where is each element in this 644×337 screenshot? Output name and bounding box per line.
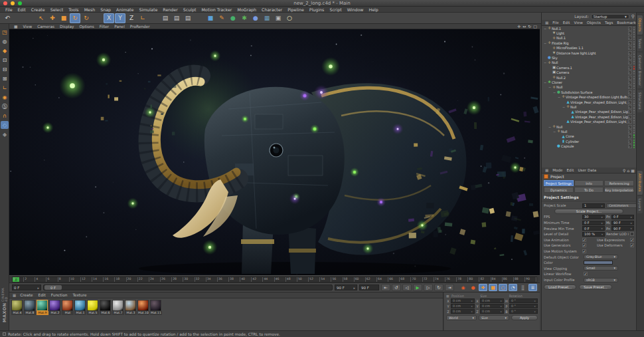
mode-button[interactable]: ◳ bbox=[1, 28, 9, 36]
use-deformers-checkbox[interactable]: ✓ bbox=[630, 243, 634, 247]
toolbar-button[interactable]: ▣ bbox=[273, 13, 283, 23]
material-swatch[interactable]: Mat.5 bbox=[87, 300, 99, 315]
mode-button[interactable]: ◆ bbox=[1, 47, 9, 55]
linear-workflow-checkbox[interactable]: ✓ bbox=[584, 272, 588, 276]
visibility-dots[interactable] bbox=[633, 51, 635, 55]
toolbar-button[interactable]: Z bbox=[126, 13, 137, 23]
attribute-tab[interactable]: Project Settings bbox=[544, 180, 574, 186]
object-tree-row[interactable]: ☀ Light ✓ bbox=[542, 31, 636, 35]
enable-toggle[interactable]: ✓ bbox=[628, 51, 632, 55]
record-button[interactable]: ◉ bbox=[459, 284, 467, 291]
enable-toggle[interactable]: ✓ bbox=[628, 85, 632, 89]
material-swatch[interactable]: Mat.3 bbox=[125, 300, 137, 315]
status-checkbox[interactable] bbox=[3, 332, 6, 336]
visibility-dots[interactable] bbox=[633, 27, 635, 31]
fps-field[interactable]: 30▸ bbox=[582, 215, 605, 219]
enable-toggle[interactable]: ✓ bbox=[628, 27, 632, 31]
menu-item[interactable]: Sculpt bbox=[181, 7, 199, 13]
enable-toggle[interactable]: ✓ bbox=[628, 130, 632, 134]
color-swatch[interactable] bbox=[584, 261, 613, 265]
enable-toggle[interactable]: ✓ bbox=[628, 80, 632, 84]
viewport-menu-item[interactable]: Cameras bbox=[35, 25, 57, 29]
panel-icon[interactable]: ▦ bbox=[11, 293, 17, 297]
object-tree-row[interactable]: ▲ Vintage_Pear_shaped_Edison_Light_Bulb_… bbox=[542, 114, 636, 119]
object-tree-row[interactable]: − ● Subdivision Surface ✓ bbox=[542, 90, 636, 94]
object-tree-row[interactable]: − ✛ Null ✓ bbox=[542, 85, 636, 90]
render-lod-checkbox[interactable]: ✓ bbox=[630, 232, 634, 236]
toolbar-button[interactable] bbox=[194, 13, 204, 23]
toolbar-button[interactable]: ▤ bbox=[160, 13, 171, 23]
viewport-menu-item[interactable]: Display bbox=[57, 25, 76, 29]
material-menu-item[interactable]: Create bbox=[17, 293, 35, 297]
menu-item[interactable]: Script bbox=[327, 7, 344, 13]
coordinate-field[interactable]: 0 °▸ bbox=[509, 309, 538, 314]
object-tree-row[interactable]: − ✛ Null ✓ bbox=[542, 60, 636, 65]
corner-icon[interactable]: ⚲ bbox=[623, 168, 625, 173]
enable-toggle[interactable]: ✓ bbox=[628, 66, 632, 70]
visibility-dots[interactable] bbox=[633, 110, 635, 114]
search-icon[interactable]: ⚲ bbox=[631, 14, 635, 19]
visibility-dots[interactable] bbox=[633, 95, 635, 99]
view-clipping-dropdown[interactable]: Small▾ bbox=[584, 266, 618, 271]
menu-item[interactable]: File bbox=[3, 7, 15, 13]
toolbar-button[interactable]: ↻ bbox=[70, 13, 80, 23]
attribute-menu-item[interactable]: Mode bbox=[550, 168, 564, 172]
enable-toggle[interactable]: ✓ bbox=[628, 140, 632, 144]
material-swatch[interactable]: Mat.4 bbox=[11, 300, 23, 315]
record-button[interactable]: ● bbox=[469, 284, 477, 291]
material-swatch[interactable]: Mat.1 bbox=[74, 300, 86, 315]
visibility-dots[interactable] bbox=[633, 140, 635, 144]
toolbar-button[interactable]: ✚ bbox=[47, 13, 58, 23]
toolbar-button[interactable]: ▤ bbox=[171, 13, 182, 23]
preview-max-field[interactable]: 90 F▸ bbox=[611, 226, 634, 231]
corner-icon[interactable]: ▦ bbox=[631, 168, 635, 173]
use-expressions-checkbox[interactable]: ✓ bbox=[630, 238, 634, 242]
enable-toggle[interactable]: ✓ bbox=[628, 105, 632, 109]
object-tree-row[interactable]: ✛ Null.1 ✓ bbox=[542, 36, 636, 41]
visibility-dots[interactable] bbox=[633, 76, 635, 80]
object-manager-menu-item[interactable]: Objects bbox=[585, 21, 603, 25]
coordinate-field[interactable]: 0 cm▸ bbox=[451, 309, 475, 314]
attribute-menu-item[interactable]: Edit bbox=[565, 168, 576, 172]
object-tree-row[interactable]: ▲ Vintage_Pear_shaped_Edison_Light_Bulb_… bbox=[542, 100, 636, 104]
menu-item[interactable]: MoGraph bbox=[234, 7, 259, 13]
object-tree-row[interactable]: − ✛ Floatie Rig ✓ bbox=[542, 41, 636, 45]
visibility-dots[interactable] bbox=[633, 90, 635, 94]
enable-toggle[interactable]: ✓ bbox=[628, 60, 632, 64]
coordinate-field[interactable]: 0 cm▸ bbox=[480, 304, 504, 308]
preview-min-field[interactable]: 0 F▸ bbox=[582, 226, 605, 231]
object-tree-row[interactable]: ▲ Cone ✓ bbox=[542, 134, 636, 139]
panel-side-tab[interactable]: Takes bbox=[637, 36, 643, 51]
visibility-dots[interactable] bbox=[633, 70, 635, 74]
default-object-color-dropdown[interactable]: Gray-Blue▾ bbox=[584, 255, 618, 259]
enable-toggle[interactable]: ✓ bbox=[628, 31, 632, 35]
coordinate-field[interactable]: 0 cm▸ bbox=[451, 298, 475, 303]
timeline-ruler[interactable]: 0 02468101214161820222426283032343638404… bbox=[12, 277, 537, 282]
transport-button[interactable]: ▶ bbox=[413, 284, 422, 291]
record-button[interactable]: ◔ bbox=[509, 284, 517, 291]
visibility-dots[interactable] bbox=[633, 56, 635, 60]
toolbar-button[interactable]: ∟ bbox=[137, 13, 148, 23]
range-end-field[interactable]: 90 F▸ bbox=[335, 284, 357, 290]
coordinate-field[interactable]: 0 cm▸ bbox=[480, 309, 504, 314]
viewport-nav-icon[interactable]: ↻ bbox=[528, 24, 531, 29]
mode-button[interactable]: ⊞ bbox=[1, 74, 9, 82]
use-generators-checkbox[interactable]: ✓ bbox=[582, 243, 586, 247]
visibility-dots[interactable] bbox=[633, 41, 635, 45]
menu-item[interactable]: Simulate bbox=[136, 7, 160, 13]
toolbar-button[interactable]: ▦ bbox=[262, 13, 272, 23]
enable-toggle[interactable]: ✓ bbox=[628, 46, 632, 50]
toolbar-button[interactable] bbox=[149, 13, 159, 23]
panel-icon[interactable]: ▦ bbox=[543, 168, 550, 172]
visibility-dots[interactable] bbox=[633, 100, 635, 104]
load-preset-button[interactable]: Load Preset... bbox=[544, 284, 576, 290]
enable-toggle[interactable]: ✓ bbox=[628, 134, 632, 138]
enable-toggle[interactable]: ✓ bbox=[628, 125, 632, 129]
visibility-dots[interactable] bbox=[633, 80, 635, 84]
mode-button[interactable]: ◍ bbox=[1, 37, 9, 45]
toolbar-button[interactable]: ■ bbox=[205, 13, 216, 23]
viewport-menu-item[interactable]: Panel bbox=[112, 25, 127, 29]
object-tree-row[interactable]: − ✛ Null ✓ bbox=[542, 129, 636, 134]
object-manager-menu-item[interactable]: File bbox=[550, 21, 560, 25]
material-swatch[interactable]: Mat bbox=[62, 300, 74, 315]
